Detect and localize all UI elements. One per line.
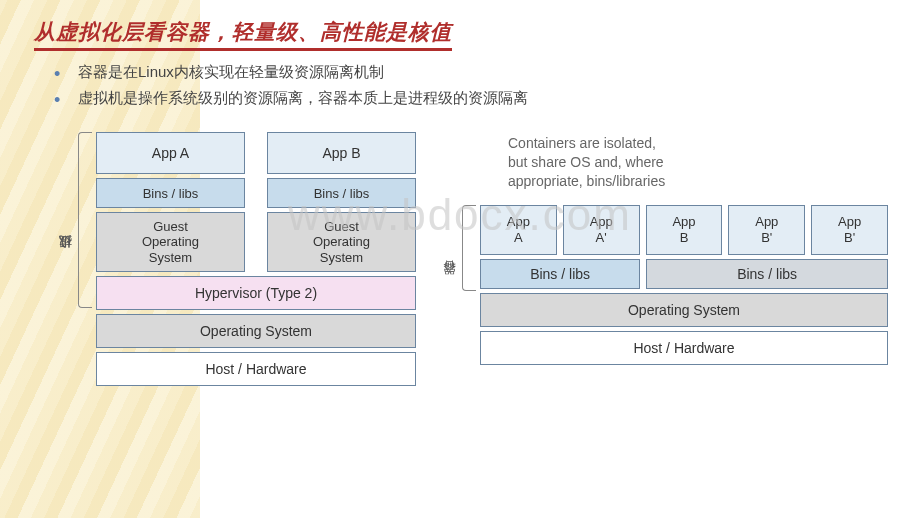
vm-stack: App A Bins / libs Guest Operating System… xyxy=(96,132,416,386)
container-apps-row: App A App A' App B App B' App B' xyxy=(480,205,888,255)
container-app-box: App A xyxy=(480,205,557,255)
container-side-label: 容器 xyxy=(440,205,458,365)
bullet-list: 容器是在Linux内核实现在轻量级资源隔离机制 虚拟机是操作系统级别的资源隔离，… xyxy=(54,59,892,110)
container-bins-box: Bins / libs xyxy=(646,259,888,289)
vm-bins-box: Bins / libs xyxy=(267,178,416,208)
container-note: Containers are isolated, but share OS an… xyxy=(508,134,892,191)
bracket-icon xyxy=(78,132,92,308)
container-app-box: App B xyxy=(646,205,723,255)
slide-title-text: 从虚拟化层看容器，轻量级、高性能是核值 xyxy=(34,18,452,51)
slide-content: 从虚拟化层看容器，轻量级、高性能是核值 容器是在Linux内核实现在轻量级资源隔… xyxy=(0,0,920,386)
container-host-box: Host / Hardware xyxy=(480,331,888,365)
vm-side-label: 虚拟机 xyxy=(56,132,74,386)
bracket-icon xyxy=(462,205,476,291)
vm-os-box: Operating System xyxy=(96,314,416,348)
container-stack: App A App A' App B App B' App B' Bins / … xyxy=(480,205,888,365)
vm-diagram: 虚拟机 App A Bins / libs Guest Operating Sy… xyxy=(56,132,416,386)
vm-app-box: App A xyxy=(96,132,245,174)
container-bins-row: Bins / libs Bins / libs xyxy=(480,259,888,289)
vm-column-b: App B Bins / libs Guest Operating System xyxy=(267,132,416,272)
container-app-box: App B' xyxy=(811,205,888,255)
container-os-box: Operating System xyxy=(480,293,888,327)
vm-host-box: Host / Hardware xyxy=(96,352,416,386)
container-bins-box: Bins / libs xyxy=(480,259,640,289)
vm-guest-os-box: Guest Operating System xyxy=(267,212,416,272)
bullet-item: 容器是在Linux内核实现在轻量级资源隔离机制 xyxy=(54,59,892,85)
vm-column-a: App A Bins / libs Guest Operating System xyxy=(96,132,245,272)
vm-guest-columns: App A Bins / libs Guest Operating System… xyxy=(96,132,416,272)
bullet-item: 虚拟机是操作系统级别的资源隔离，容器本质上是进程级的资源隔离 xyxy=(54,85,892,111)
container-app-box: App A' xyxy=(563,205,640,255)
vm-hypervisor-box: Hypervisor (Type 2) xyxy=(96,276,416,310)
vm-guest-os-box: Guest Operating System xyxy=(96,212,245,272)
diagram-area: 虚拟机 App A Bins / libs Guest Operating Sy… xyxy=(34,132,892,386)
slide-title: 从虚拟化层看容器，轻量级、高性能是核值 xyxy=(34,18,892,51)
container-group: 容器 App A App A' App B App B' App B' Bins… xyxy=(440,205,892,365)
container-diagram: Containers are isolated, but share OS an… xyxy=(440,132,892,386)
vm-app-box: App B xyxy=(267,132,416,174)
vm-bins-box: Bins / libs xyxy=(96,178,245,208)
container-app-box: App B' xyxy=(728,205,805,255)
